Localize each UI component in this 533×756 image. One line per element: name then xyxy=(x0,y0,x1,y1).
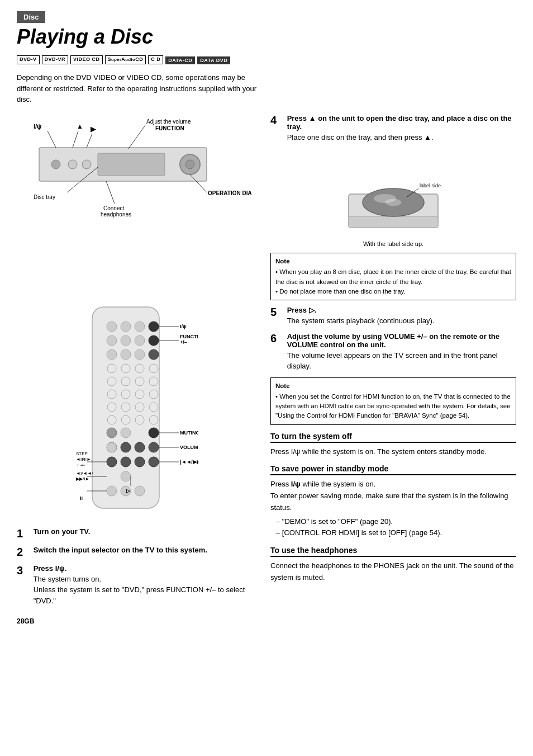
step-5-body: The system starts playback (continuous p… xyxy=(287,315,515,327)
svg-text:Disc tray: Disc tray xyxy=(34,194,55,200)
remote-wrapper: I/ψ FUNCTION +/– MUTING VOLUME +/– |◄◄/▶… xyxy=(17,304,257,518)
disc-note-item-1: When you play an 8 cm disc, place it on … xyxy=(275,267,511,287)
svg-point-62 xyxy=(149,442,159,452)
svg-text:label side: label side xyxy=(420,183,441,188)
svg-line-20 xyxy=(106,181,115,204)
svg-text:▶▶/I►: ▶▶/I► xyxy=(76,476,89,481)
svg-line-9 xyxy=(73,131,78,148)
svg-point-66 xyxy=(149,457,159,467)
svg-point-56 xyxy=(107,428,117,438)
disc-tab-label: Disc xyxy=(17,11,45,23)
step-5-content: Press ▷. The system starts playback (con… xyxy=(287,306,515,327)
step-3-content: Press I/ψ. The system turns on.Unless th… xyxy=(34,564,256,607)
svg-text:I/ψ: I/ψ xyxy=(34,123,41,130)
svg-point-63 xyxy=(107,457,117,467)
step-3-title: Press I/ψ. xyxy=(34,564,67,573)
section-heading-turn-off: To turn the system off xyxy=(270,432,516,443)
svg-point-33 xyxy=(121,349,131,360)
svg-text:VOLUME +/–: VOLUME +/– xyxy=(180,445,198,450)
svg-point-28 xyxy=(107,336,117,346)
svg-point-64 xyxy=(121,457,131,467)
svg-point-3 xyxy=(82,160,91,169)
svg-text:II: II xyxy=(80,495,83,501)
step-2: 2 Switch the input selector on the TV to… xyxy=(17,546,257,559)
svg-point-29 xyxy=(121,336,131,346)
section-body-turn-off: Press I/ψ while the system is on. The sy… xyxy=(270,446,516,458)
step-1-number: 1 xyxy=(17,527,28,540)
svg-text:headphones: headphones xyxy=(101,211,131,218)
svg-text:MUTING: MUTING xyxy=(180,430,198,436)
svg-point-31 xyxy=(149,336,159,346)
step-4-title: Press ▲ on the unit to open the disc tra… xyxy=(287,114,512,131)
hdmi-note-item-1: When you set the Control for HDMI functi… xyxy=(275,392,511,421)
svg-point-25 xyxy=(121,322,131,332)
svg-point-60 xyxy=(121,442,131,452)
svg-text:STEP: STEP xyxy=(76,451,88,456)
svg-point-57 xyxy=(121,428,131,438)
svg-text:Adjust the volume: Adjust the volume xyxy=(146,119,191,125)
svg-text:▲: ▲ xyxy=(77,122,83,130)
svg-text:←•/•→: ←•/•→ xyxy=(76,462,89,467)
step-4-number: 4 xyxy=(270,114,282,127)
hdmi-note-box: Note When you set the Control for HDMI f… xyxy=(270,377,516,425)
badge-video-cd: VIDEO CD xyxy=(70,55,103,64)
svg-point-26 xyxy=(135,322,145,332)
svg-text:◄I/◄◄/: ◄I/◄◄/ xyxy=(76,471,93,476)
note-title-2: Note xyxy=(275,381,511,391)
step-2-content: Switch the input selector on the TV to t… xyxy=(34,546,256,554)
main-layout: I/ψ ▲ ▶ Adjust the volume FUNCTION OPERA… xyxy=(17,114,516,626)
remote-svg: I/ψ FUNCTION +/– MUTING VOLUME +/– |◄◄/▶… xyxy=(75,304,198,517)
step-1-content: Turn on your TV. xyxy=(34,527,256,536)
format-badges: DVD-V DVD-VR VIDEO CD SuperAudioCD C D D… xyxy=(17,55,516,64)
step-4-content: Press ▲ on the unit to open the disc tra… xyxy=(287,114,515,143)
page-number: 28GB xyxy=(17,617,257,625)
intro-text: Depending on the DVD VIDEO or VIDEO CD, … xyxy=(17,72,257,105)
svg-point-24 xyxy=(107,322,117,332)
section-heading-headphones: To use the headphones xyxy=(270,546,516,557)
svg-text:◄II/II►,: ◄II/II►, xyxy=(76,457,92,462)
badge-dvd-v: DVD-V xyxy=(17,55,40,64)
svg-line-7 xyxy=(47,131,56,148)
disc-tray-illustration: label side With the label side up. xyxy=(270,149,516,247)
svg-point-27 xyxy=(149,322,159,332)
svg-point-67 xyxy=(121,471,131,481)
step-4: 4 Press ▲ on the unit to open the disc t… xyxy=(270,114,516,143)
svg-text:Connect: Connect xyxy=(103,205,124,211)
page-title: Playing a Disc xyxy=(17,25,516,49)
svg-text:FUNCTION: FUNCTION xyxy=(155,125,184,131)
svg-point-32 xyxy=(107,349,117,360)
svg-text:I/ψ: I/ψ xyxy=(180,324,187,329)
badge-cd: C D xyxy=(148,55,163,64)
disc-note-list: When you play an 8 cm disc, place it on … xyxy=(275,267,511,296)
step-6-title: Adjust the volume by using VOLUME +/– on… xyxy=(287,332,499,349)
save-power-item-1: "DEMO" is set to "OFF" (page 20). xyxy=(276,516,516,528)
step-2-title: Switch the input selector on the TV to t… xyxy=(34,546,207,554)
unit-diagram-svg: I/ψ ▲ ▶ Adjust the volume FUNCTION OPERA… xyxy=(17,114,251,237)
svg-point-61 xyxy=(135,442,145,452)
save-power-list: "DEMO" is set to "OFF" (page 20). [CONTR… xyxy=(270,516,516,540)
svg-point-1 xyxy=(51,160,60,169)
svg-text:OPERATION DIAL: OPERATION DIAL xyxy=(208,190,251,196)
note-title-1: Note xyxy=(275,257,511,266)
remote-diagram: I/ψ FUNCTION +/– MUTING VOLUME +/– |◄◄/▶… xyxy=(75,304,198,518)
unit-diagram-area: I/ψ ▲ ▶ Adjust the volume FUNCTION OPERA… xyxy=(17,114,251,293)
step-3: 3 Press I/ψ. The system turns on.Unless … xyxy=(17,564,257,607)
step-5: 5 Press ▷. The system starts playback (c… xyxy=(270,306,516,327)
svg-point-59 xyxy=(107,442,117,452)
left-section: I/ψ ▲ ▶ Adjust the volume FUNCTION OPERA… xyxy=(17,114,257,626)
tray-illustration-svg: label side xyxy=(332,149,455,239)
svg-point-34 xyxy=(135,349,145,360)
badge-data-cd: DATA-CD xyxy=(165,56,195,64)
label-up-text: With the label side up. xyxy=(270,240,516,247)
step-6-number: 6 xyxy=(270,332,282,345)
svg-line-13 xyxy=(129,125,145,149)
svg-point-70 xyxy=(135,486,145,496)
step-2-number: 2 xyxy=(17,546,28,559)
save-power-item-2: [CONTROL FOR HDMI] is set to [OFF] (page… xyxy=(276,527,516,539)
step-5-title: Press ▷. xyxy=(287,306,317,314)
badge-data-dvd: DATA DVD xyxy=(197,56,230,64)
svg-text:|◄◄/▶▶|: |◄◄/▶▶| xyxy=(180,459,198,465)
hdmi-note-list: When you set the Control for HDMI functi… xyxy=(275,392,511,421)
badge-dvd-vr: DVD-VR xyxy=(42,55,69,64)
disc-note-box: Note When you play an 8 cm disc, place i… xyxy=(270,253,516,300)
